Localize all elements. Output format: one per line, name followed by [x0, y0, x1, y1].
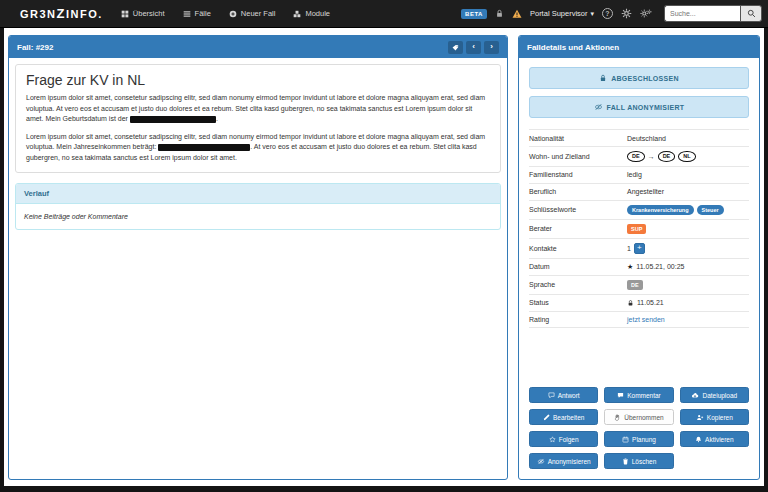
chevron-left-icon: ‹ — [472, 43, 475, 51]
lock-icon — [599, 74, 607, 82]
nationality-value: Deutschland — [627, 135, 666, 142]
case-paragraph-2: Lorem ipsum dolor sit amet, consetetur s… — [26, 132, 490, 164]
plus-circle-icon — [229, 10, 237, 18]
detail-row-keywords: Schlüsselworte Krankenversicherung Steue… — [529, 200, 749, 219]
cloud-upload-icon — [691, 392, 699, 399]
home-country-badge: DE — [627, 151, 645, 162]
case-paragraph-1: Lorem ipsum dolor sit amet, consetetur s… — [26, 93, 490, 125]
star-icon: ★ — [627, 263, 633, 271]
marital-value: ledig — [627, 171, 642, 178]
taken-over-button[interactable]: Übernommen — [604, 409, 673, 425]
search-input[interactable] — [664, 5, 740, 22]
case-panel-header: Fall: #292 ‹ › — [9, 36, 507, 58]
chevron-down-icon: ▾ — [590, 10, 594, 18]
detail-row-marital: Familienstand ledig — [529, 166, 749, 183]
reply-button[interactable]: Antwort — [529, 387, 598, 403]
star-outline-icon — [549, 436, 556, 443]
arrow-right-icon: → — [648, 153, 655, 160]
chevron-right-icon: › — [490, 43, 493, 51]
trash-icon — [622, 458, 629, 465]
nav-item-label: Module — [305, 9, 330, 18]
nav-item-label: Fälle — [195, 9, 211, 18]
case-details-table: Nationalität Deutschland Wohn- und Ziell… — [529, 129, 749, 328]
closed-status-button[interactable]: ABGESCHLOSSEN — [529, 67, 749, 89]
history-empty-message: Keine Beiträge oder Kommentare — [16, 204, 500, 229]
reply-bubble-icon — [548, 392, 555, 399]
bell-icon — [695, 436, 702, 443]
search-button[interactable] — [740, 5, 762, 22]
redaction-bar — [130, 116, 216, 123]
top-navbar: GR3NZINFO. Übersicht Fälle Neuer Fall Mo… — [0, 0, 768, 28]
next-case-button[interactable]: › — [484, 41, 499, 54]
history-panel: Verlauf Keine Beiträge oder Kommentare — [15, 183, 501, 230]
nav-item-label: Neuer Fall — [241, 9, 276, 18]
calendar-icon — [622, 436, 629, 443]
main-menu: Übersicht Fälle Neuer Fall Module — [121, 9, 330, 18]
case-actions: Antwort Kommentar Dateiupload Bearbeiten — [529, 387, 749, 471]
contacts-count: 1 — [627, 245, 631, 252]
warning-icon[interactable] — [512, 9, 522, 19]
details-panel-header: Falldetails und Aktionen — [519, 36, 759, 58]
anonymized-status-button[interactable]: FALL ANONYMISIERT — [529, 96, 749, 118]
page-content: Fall: #292 ‹ › Frage zur KV in NL Lorem … — [4, 28, 764, 486]
gear-icon[interactable] — [621, 8, 632, 19]
search-group — [664, 5, 762, 22]
cogs-icon[interactable] — [640, 8, 652, 19]
edit-icon — [543, 414, 550, 421]
comment-button[interactable]: Kommentar — [604, 387, 673, 403]
tag-icon — [452, 44, 459, 51]
nav-item-label: Übersicht — [133, 9, 165, 18]
tag-button[interactable] — [448, 41, 463, 54]
detail-row-date: Datum ★ 11.05.21, 00:25 — [529, 258, 749, 275]
activate-button[interactable]: Aktivieren — [680, 431, 749, 447]
nav-item-module[interactable]: Module — [293, 9, 330, 18]
planning-button[interactable]: Planung — [604, 431, 673, 447]
case-description: Frage zur KV in NL Lorem ipsum dolor sit… — [15, 64, 501, 173]
detail-row-nationality: Nationalität Deutschland — [529, 129, 749, 146]
prev-case-button[interactable]: ‹ — [466, 41, 481, 54]
detail-row-language: Sprache DE — [529, 275, 749, 294]
lock-icon — [627, 299, 634, 307]
list-icon — [183, 10, 191, 18]
details-panel: Falldetails und Aktionen ABGESCHLOSSEN F… — [518, 35, 760, 480]
user-menu[interactable]: Portal Supervisor ▾ — [530, 9, 594, 18]
lock-icon — [495, 9, 504, 18]
detail-row-occupation: Beruflich Angestellter — [529, 183, 749, 200]
language-badge: DE — [627, 280, 643, 290]
cubes-icon — [293, 10, 301, 18]
case-number: Fall: #292 — [17, 43, 53, 52]
rating-send-link[interactable]: jetzt senden — [627, 316, 665, 323]
follow-button[interactable]: Folgen — [529, 431, 598, 447]
app-logo[interactable]: GR3NZINFO. — [20, 6, 103, 21]
eye-slash-icon — [594, 103, 603, 111]
detail-row-status: Status 11.05.21 — [529, 294, 749, 311]
delete-button[interactable]: Löschen — [604, 453, 673, 469]
detail-row-rating: Rating jetzt senden — [529, 311, 749, 328]
hand-icon — [614, 414, 621, 421]
help-icon[interactable]: ? — [602, 8, 613, 19]
keyword-tag[interactable]: Steuer — [697, 205, 724, 215]
navbar-right: BETA Portal Supervisor ▾ ? — [461, 5, 762, 22]
nav-item-neuer-fall[interactable]: Neuer Fall — [229, 9, 276, 18]
nav-item-faelle[interactable]: Fälle — [183, 9, 211, 18]
detail-row-countries: Wohn- und Zielland DE → DE NL — [529, 146, 749, 166]
detail-row-advisor: Berater SUP — [529, 219, 749, 238]
status-value: 11.05.21 — [637, 299, 664, 306]
user-plus-icon — [696, 414, 704, 421]
comment-icon — [617, 392, 624, 399]
add-contact-button[interactable]: + — [634, 243, 645, 254]
case-title: Frage zur KV in NL — [26, 72, 490, 88]
copy-button[interactable]: Kopieren — [680, 409, 749, 425]
target-country-badge: NL — [678, 151, 695, 162]
advisor-badge[interactable]: SUP — [627, 224, 646, 234]
date-value: 11.05.21, 00:25 — [636, 263, 684, 270]
edit-button[interactable]: Bearbeiten — [529, 409, 598, 425]
anonymize-button[interactable]: Anonymisieren — [529, 453, 598, 469]
file-upload-button[interactable]: Dateiupload — [680, 387, 749, 403]
case-panel: Fall: #292 ‹ › Frage zur KV in NL Lorem … — [8, 35, 508, 480]
occupation-value: Angestellter — [627, 188, 664, 195]
detail-row-contacts: Kontakte 1 + — [529, 238, 749, 258]
grid-icon — [121, 10, 129, 18]
nav-item-uebersicht[interactable]: Übersicht — [121, 9, 165, 18]
keyword-tag[interactable]: Krankenversicherung — [627, 205, 694, 215]
